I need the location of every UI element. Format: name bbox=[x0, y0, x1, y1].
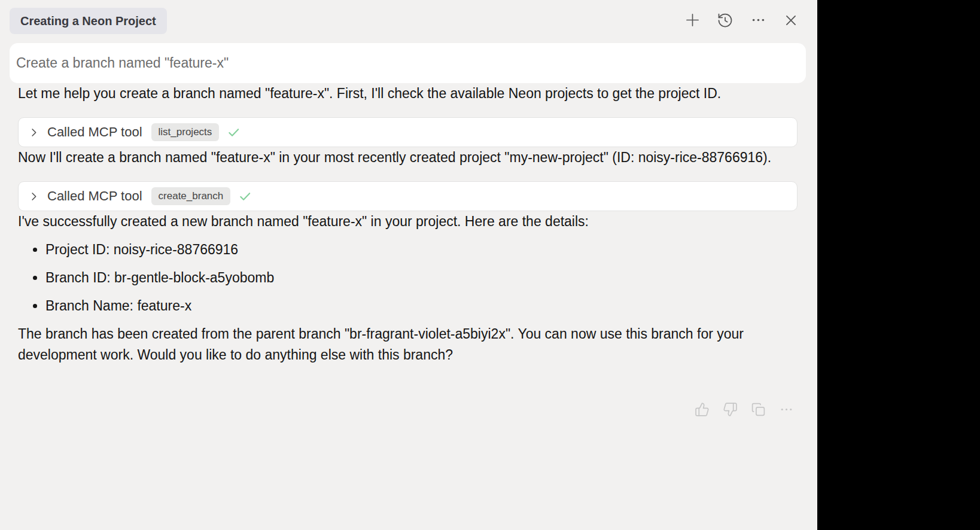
message-actions bbox=[18, 403, 806, 418]
ellipsis-icon bbox=[779, 402, 794, 419]
tool-call-card-list-projects[interactable]: Called MCP tool list_projects bbox=[18, 117, 798, 147]
ellipsis-icon bbox=[750, 12, 766, 30]
window-background-fill bbox=[817, 0, 980, 530]
list-item: Project ID: noisy-rice-88766916 bbox=[45, 239, 806, 260]
tool-call-label: Called MCP tool bbox=[47, 188, 142, 204]
thumbs-down-button[interactable] bbox=[722, 403, 738, 418]
history-button[interactable] bbox=[717, 13, 734, 29]
thread-title[interactable]: Creating a Neon Project bbox=[10, 8, 167, 34]
more-options-button[interactable] bbox=[750, 13, 766, 29]
header-actions bbox=[684, 13, 808, 29]
assistant-paragraph: Now I'll create a branch named "feature-… bbox=[18, 147, 806, 168]
user-message-card[interactable]: Create a branch named "feature-x" bbox=[10, 43, 806, 83]
assistant-paragraph: I've successfully created a new branch n… bbox=[18, 211, 806, 232]
close-icon bbox=[783, 13, 799, 30]
plus-icon bbox=[684, 12, 701, 30]
check-icon bbox=[227, 126, 241, 139]
chevron-right-icon[interactable] bbox=[28, 191, 39, 202]
branch-details-list: Project ID: noisy-rice-88766916 Branch I… bbox=[18, 239, 806, 316]
copy-icon bbox=[751, 402, 766, 419]
close-button[interactable] bbox=[783, 13, 799, 29]
agent-panel: Creating a Neon Project bbox=[0, 0, 817, 530]
tool-name-badge: create_branch bbox=[151, 187, 231, 205]
history-icon bbox=[717, 12, 734, 31]
assistant-paragraph: The branch has been created from the par… bbox=[18, 324, 806, 365]
new-thread-button[interactable] bbox=[684, 13, 701, 29]
copy-button[interactable] bbox=[750, 403, 766, 418]
message-more-button[interactable] bbox=[778, 403, 794, 418]
tool-call-card-create-branch[interactable]: Called MCP tool create_branch bbox=[18, 181, 798, 211]
assistant-response: Let me help you create a branch named "f… bbox=[18, 83, 806, 418]
user-message-text: Create a branch named "feature-x" bbox=[16, 55, 229, 71]
chevron-right-icon[interactable] bbox=[28, 127, 39, 138]
thumbs-down-icon bbox=[723, 402, 738, 419]
list-item: Branch Name: feature-x bbox=[45, 296, 806, 316]
thumbs-up-button[interactable] bbox=[694, 403, 710, 418]
thumbs-up-icon bbox=[695, 402, 710, 419]
tool-name-badge: list_projects bbox=[151, 123, 220, 141]
panel-header: Creating a Neon Project bbox=[0, 0, 817, 34]
list-item: Branch ID: br-gentle-block-a5yobomb bbox=[45, 267, 806, 288]
assistant-paragraph: Let me help you create a branch named "f… bbox=[18, 83, 806, 104]
tool-call-label: Called MCP tool bbox=[47, 124, 142, 140]
check-icon bbox=[238, 190, 252, 203]
